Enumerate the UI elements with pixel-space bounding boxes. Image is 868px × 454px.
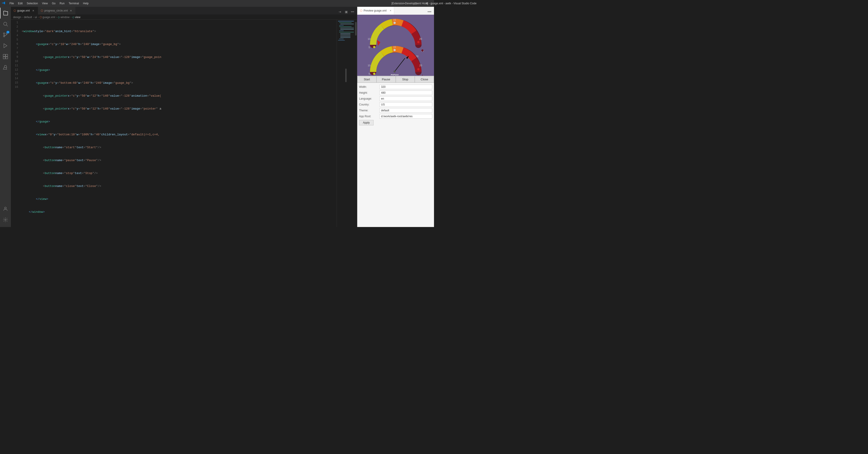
explorer-activity-icon[interactable] [0, 8, 11, 19]
svg-rect-23 [340, 35, 350, 35]
svg-rect-25 [340, 37, 350, 38]
source-control-badge: 3 [6, 31, 9, 33]
menu-file[interactable]: File [8, 1, 16, 5]
extensions-activity-icon[interactable] [0, 51, 11, 62]
prop-theme-row: Theme: [359, 108, 432, 113]
scrollbar-thumb[interactable] [355, 22, 356, 36]
apply-button[interactable]: Apply [359, 120, 374, 125]
svg-point-35 [417, 41, 420, 43]
start-button[interactable]: Start [357, 76, 376, 83]
svg-point-4 [3, 33, 5, 34]
more-actions-button[interactable]: ••• [350, 9, 355, 14]
theme-input[interactable] [379, 108, 432, 113]
svg-rect-10 [6, 57, 8, 59]
svg-rect-7 [3, 54, 5, 56]
svg-point-12 [5, 219, 6, 221]
menu-selection[interactable]: Selection [25, 1, 40, 5]
code-editor[interactable]: 12345678 910111213141516 <window style="… [11, 20, 357, 227]
menu-go[interactable]: Go [50, 1, 57, 5]
split-editor-button[interactable]: ⇥ [337, 9, 343, 14]
prop-height-row: Height: [359, 91, 432, 95]
code-line-14: </view> [22, 197, 337, 201]
account-activity-icon[interactable] [0, 203, 11, 214]
code-content[interactable]: <window style="dark" anim_hint="htransla… [20, 20, 337, 227]
tab-close-progress[interactable]: × [69, 9, 73, 12]
width-label: Width: [359, 85, 379, 89]
svg-text:20: 20 [419, 64, 422, 67]
breadcrumb-ui[interactable]: ui [35, 15, 37, 19]
tab-icon-guage: ⬡ [13, 9, 16, 12]
menu-help[interactable]: Help [81, 1, 91, 5]
close-button[interactable]: Close [415, 76, 434, 83]
menu-bar: File Edit Selection View Go Run Terminal… [8, 1, 90, 5]
svg-rect-15 [340, 24, 354, 24]
menu-run[interactable]: Run [58, 1, 66, 5]
line-numbers: 12345678 910111213141516 [11, 20, 20, 227]
editor-column: ⬡ guage.xml × ⬡ progress_circle.xml × ⇥ … [11, 7, 357, 227]
search-activity-icon[interactable] [0, 19, 11, 29]
breadcrumb-window[interactable]: ◇ window [58, 15, 69, 19]
svg-point-47 [373, 68, 375, 70]
breadcrumb-design[interactable]: design [13, 15, 21, 19]
width-input[interactable] [379, 85, 432, 89]
height-input[interactable] [379, 91, 432, 95]
testing-activity-icon[interactable] [0, 62, 11, 73]
editor-tab-bar: ⬡ guage.xml × ⬡ progress_circle.xml × ⇥ … [11, 7, 357, 15]
height-label: Height: [359, 91, 379, 94]
tab-progress-circle-xml[interactable]: ⬡ progress_circle.xml × [38, 7, 75, 14]
svg-point-34 [373, 41, 375, 43]
breadcrumb-view[interactable]: ◇ view [72, 15, 81, 19]
language-input[interactable] [379, 96, 432, 101]
code-line-8: </guage> [22, 120, 337, 124]
code-line-11: <button name="pause" text="Pause" /> [22, 158, 337, 162]
tab-close-guage[interactable]: × [31, 9, 35, 12]
breadcrumb-guage-xml[interactable]: ⬡ guage.xml [40, 15, 55, 19]
language-label: Language: [359, 97, 379, 100]
preview-tab-close[interactable]: × [390, 9, 391, 12]
svg-line-53 [395, 58, 405, 71]
menu-edit[interactable]: Edit [16, 1, 25, 5]
svg-point-49 [394, 49, 396, 51]
pause-button[interactable]: Pause [376, 76, 396, 83]
svg-rect-27 [338, 40, 345, 40]
svg-point-0 [4, 22, 7, 25]
code-line-15: </window> [22, 210, 337, 214]
source-control-activity-icon[interactable]: 3 [0, 29, 11, 40]
code-line-2: <guage x="c" y="10" w="240" h="240" imag… [22, 42, 337, 46]
run-activity-icon[interactable] [0, 40, 11, 51]
activity-bar: 3 [0, 7, 11, 227]
vscode-logo [2, 1, 6, 5]
code-line-3: <guage_pointer x="c" y="50" w="24" h="14… [22, 55, 337, 59]
menu-terminal[interactable]: Terminal [67, 1, 81, 5]
tab-label-progress: progress_circle.xml [44, 9, 68, 12]
prop-approot-row: App Root: [359, 114, 432, 119]
svg-point-38 [373, 46, 375, 48]
svg-marker-6 [4, 44, 7, 48]
toggle-panel-button[interactable]: ▣ [343, 9, 349, 14]
menu-view[interactable]: View [40, 1, 50, 5]
svg-point-48 [417, 68, 420, 70]
svg-text:10: 10 [367, 38, 370, 40]
settings-activity-icon[interactable] [0, 214, 11, 225]
svg-rect-18 [340, 28, 354, 28]
svg-rect-21 [339, 32, 354, 32]
preview-tab[interactable]: ⬡ Preview guage.xml × [357, 7, 394, 14]
country-input[interactable] [379, 102, 432, 107]
title-bar: File Edit Selection View Go Run Terminal… [0, 0, 434, 7]
approot-input[interactable] [379, 114, 432, 119]
svg-point-11 [4, 207, 6, 209]
svg-rect-13 [338, 21, 354, 22]
svg-text:20: 20 [419, 38, 422, 40]
theme-label: Theme: [359, 109, 379, 112]
stop-button[interactable]: Stop [396, 76, 415, 83]
prop-language-row: Language: [359, 96, 432, 101]
svg-rect-14 [339, 23, 351, 23]
svg-rect-20 [339, 31, 344, 31]
vertical-scrollbar[interactable] [355, 20, 357, 227]
breadcrumb-default[interactable]: default [24, 15, 32, 19]
minimap-scrollbar[interactable] [345, 69, 347, 82]
editor-area: ⬡ guage.xml × ⬡ progress_circle.xml × ⇥ … [11, 7, 434, 227]
preview-more-actions[interactable]: ••• [427, 9, 432, 14]
code-line-16 [22, 223, 337, 227]
tab-guage-xml[interactable]: ⬡ guage.xml × [11, 7, 38, 14]
